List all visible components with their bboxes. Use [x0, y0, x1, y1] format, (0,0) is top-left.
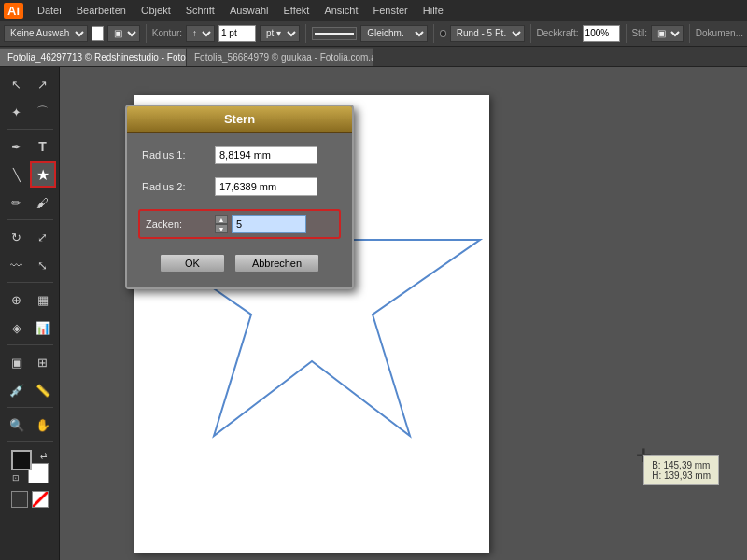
eyedropper-tool[interactable]: 💉 — [4, 377, 30, 403]
stroke-end-dropdown[interactable]: Rund - 5 Pt. — [450, 25, 525, 42]
stil-dropdown[interactable]: ▣ — [651, 25, 684, 42]
sep-4 — [7, 344, 53, 345]
sep-2 — [7, 219, 53, 220]
menu-effekt[interactable]: Effekt — [276, 3, 316, 18]
scale-tool[interactable]: ⤢ — [30, 224, 56, 250]
direct-select-tool[interactable]: ↗ — [30, 71, 56, 97]
stil-label: Stil: — [631, 28, 647, 38]
tabs-bar: Fotolia_46297713 © Redshinestudio - Foto… — [0, 47, 747, 67]
reset-colors-icon[interactable]: ⊡ — [12, 473, 20, 483]
radius1-row: Radius 1: — [142, 146, 337, 164]
foreground-color-box[interactable] — [11, 450, 32, 470]
toolbar-separator-2 — [305, 24, 306, 43]
menu-fenster[interactable]: Fenster — [366, 3, 414, 18]
fill-box[interactable] — [11, 491, 28, 508]
star-tool[interactable]: ★ — [30, 161, 56, 188]
rotate-tool[interactable]: ↻ — [4, 224, 30, 250]
zacken-spinner[interactable]: ▲ ▼ — [215, 215, 228, 233]
blend-tool[interactable]: ◈ — [4, 315, 30, 341]
menu-schrift[interactable]: Schrift — [179, 3, 221, 18]
menu-auswahl[interactable]: Auswahl — [223, 3, 275, 18]
kontur-value-input[interactable] — [218, 25, 256, 42]
radius2-label: Radius 2: — [142, 181, 207, 192]
mesh-tool[interactable]: ⊞ — [30, 349, 56, 375]
tab-2[interactable]: Fotolia_56684979 © guukaa - Fotolia.com.… — [187, 48, 374, 66]
tab-1[interactable]: Fotolia_46297713 © Redshinestudio - Foto… — [0, 48, 187, 66]
measure-tool[interactable]: 📏 — [30, 377, 56, 403]
menu-bar: Ai Datei Bearbeiten Objekt Schrift Auswa… — [0, 0, 747, 21]
opacity-input[interactable] — [583, 25, 620, 42]
toolbar-separator-4 — [530, 24, 531, 43]
shape-builder-tool[interactable]: ⊕ — [4, 287, 30, 313]
dim-height: H: 139,93 mm — [652, 470, 711, 481]
perspective-tool[interactable]: ▦ — [30, 287, 56, 313]
zacken-label: Zacken: — [146, 218, 211, 230]
zoom-tools: 🔍 ✋ — [4, 412, 56, 438]
no-stroke-box[interactable] — [32, 491, 49, 508]
color-tools: 💉 📏 — [4, 377, 56, 403]
opacity-label: Deckkraft: — [537, 28, 579, 38]
radius1-label: Radius 1: — [142, 149, 207, 161]
dim-width: B: 145,39 mm — [652, 460, 711, 470]
selection-dropdown[interactable]: Keine Auswahl — [4, 25, 88, 42]
pen-tools: ✒ T — [4, 133, 56, 160]
kontur-type-dropdown[interactable]: ↑ — [186, 25, 215, 42]
kontur-label: Kontur: — [152, 28, 182, 38]
magic-tools: ✦ ⌒ — [4, 99, 56, 125]
sep-1 — [7, 129, 53, 130]
fill-type-dropdown[interactable]: ▣ — [107, 25, 140, 42]
sep-3 — [7, 282, 53, 283]
gradient-tools: ▣ ⊞ — [4, 349, 56, 375]
zacken-row: Zacken: ▲ ▼ — [138, 209, 341, 239]
sep-6 — [7, 441, 53, 442]
brush-tools: ✏ 🖌 — [4, 189, 56, 216]
zacken-up[interactable]: ▲ — [215, 215, 228, 224]
menu-ansicht[interactable]: Ansicht — [317, 3, 364, 18]
stroke-style-dropdown[interactable]: Gleichm. — [360, 25, 428, 42]
build-tools: ⊕ ▦ — [4, 287, 56, 313]
swap-colors-icon[interactable]: ⇄ — [40, 451, 48, 460]
hand-tool[interactable]: ✋ — [30, 412, 56, 438]
magic-wand-tool[interactable]: ✦ — [4, 99, 30, 125]
toolbar-separator-5 — [626, 24, 627, 43]
menu-hilfe[interactable]: Hilfe — [416, 3, 450, 18]
toolbar-separator-1 — [146, 24, 147, 43]
dokument-label: Dokumen... — [696, 28, 743, 38]
dimension-tooltip: B: 145,39 mm H: 139,93 mm — [643, 455, 719, 485]
radius2-input[interactable] — [215, 177, 317, 196]
brush-tool[interactable]: 🖌 — [30, 189, 56, 216]
gradient-tool[interactable]: ▣ — [4, 349, 30, 375]
graph-tool[interactable]: 📊 — [30, 315, 56, 341]
menu-datei[interactable]: Datei — [31, 3, 68, 18]
pen-tool[interactable]: ✒ — [4, 133, 30, 160]
canvas-area[interactable]: ✛ B: 145,39 mm H: 139,93 mm Stern Radius… — [60, 67, 747, 560]
dialog-title: Stern — [127, 106, 352, 133]
lasso-tool[interactable]: ⌒ — [30, 99, 56, 125]
ok-button[interactable]: OK — [160, 254, 225, 273]
zacken-input[interactable] — [232, 215, 306, 233]
cancel-button[interactable]: Abbrechen — [234, 254, 319, 273]
free-transform-tool[interactable]: ⤡ — [30, 252, 56, 278]
radius2-row: Radius 2: — [142, 177, 337, 196]
kontur-unit-dropdown[interactable]: pt ▾ — [260, 25, 300, 42]
select-tool[interactable]: ↖ — [4, 71, 30, 97]
blend-tools: ◈ 📊 — [4, 315, 56, 341]
toolbar: Keine Auswahl ▣ Kontur: ↑ pt ▾ Gleichm. … — [0, 21, 747, 47]
stroke-style-box[interactable] — [312, 27, 357, 40]
radius1-input[interactable] — [215, 146, 317, 164]
menu-objekt[interactable]: Objekt — [134, 3, 177, 18]
fill-color-box[interactable] — [92, 26, 104, 41]
dialog-buttons: OK Abbrechen — [142, 250, 337, 278]
menu-bearbeiten[interactable]: Bearbeiten — [70, 3, 133, 18]
zacken-down[interactable]: ▼ — [215, 224, 228, 233]
line-tools: ╲ ★ — [4, 161, 56, 188]
zoom-tool[interactable]: 🔍 — [4, 412, 30, 438]
pencil-tool[interactable]: ✏ — [4, 189, 30, 216]
color-selector: ⊡ ⇄ — [11, 450, 49, 483]
main-area: ↖ ↗ ✦ ⌒ ✒ T ╲ ★ ✏ 🖌 ↻ ⤢ 〰 ⤡ ⊕ — [0, 67, 747, 560]
type-tool[interactable]: T — [30, 133, 56, 160]
warp-tool[interactable]: 〰 — [4, 252, 30, 278]
line-tool[interactable]: ╲ — [4, 161, 30, 188]
sep-5 — [7, 407, 53, 408]
stern-dialog: Stern Radius 1: Radius 2: Zacken: ▲ ▼ — [125, 105, 354, 289]
